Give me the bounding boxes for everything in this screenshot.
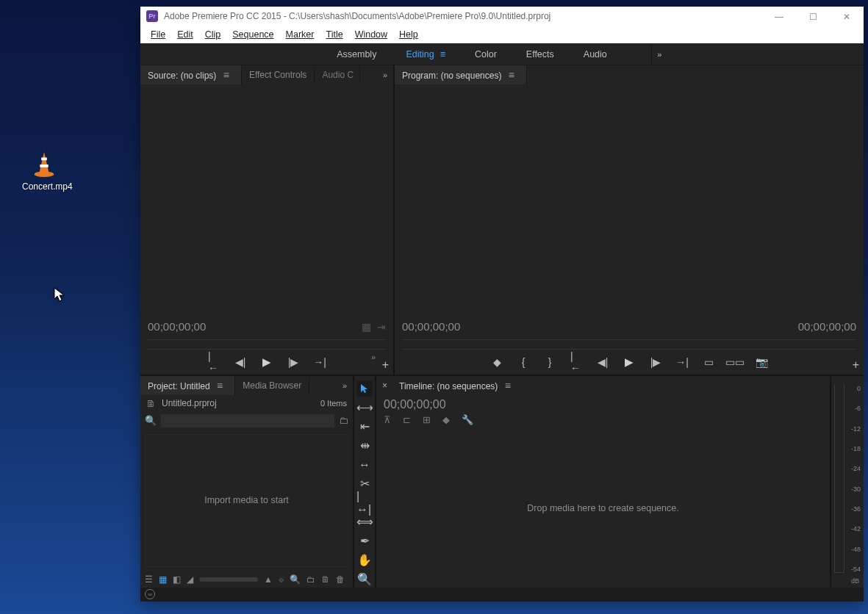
thumbnail-zoom-slider[interactable] <box>199 577 258 582</box>
timeline-settings-icon[interactable]: 🔧 <box>462 414 473 425</box>
project-tabs-overflow-icon[interactable]: » <box>337 381 353 390</box>
status-bar: ∞ <box>140 588 864 602</box>
rolling-edit-tool[interactable]: ⇹ <box>356 438 373 454</box>
tab-media-browser[interactable]: Media Browser <box>235 377 309 394</box>
program-button-editor[interactable]: + <box>853 358 859 372</box>
menu-marker[interactable]: Marker <box>280 28 320 41</box>
workspace-color[interactable]: Color <box>475 49 497 59</box>
menu-window[interactable]: Window <box>349 28 393 41</box>
delete-icon[interactable]: 🗑 <box>336 574 345 585</box>
program-extract-button[interactable]: ▭▭ <box>729 356 741 368</box>
source-step-forward-button[interactable]: |▶ <box>287 356 299 368</box>
workspace-assembly[interactable]: Assembly <box>337 49 376 59</box>
menu-file[interactable]: File <box>145 28 171 41</box>
track-select-tool[interactable]: ⟷ <box>356 400 373 416</box>
source-tabs-overflow-icon[interactable]: » <box>377 71 393 79</box>
timeline-timecode[interactable]: 00;00;00;00 <box>376 395 830 413</box>
new-item-icon[interactable]: 🗎 <box>321 574 330 585</box>
close-button[interactable]: ✕ <box>830 7 864 27</box>
source-timecode[interactable]: 00;00;00;00 <box>148 320 206 333</box>
tab-project-menu-icon[interactable]: ≡ <box>212 380 227 391</box>
tab-timeline-menu-icon[interactable]: ≡ <box>501 380 515 391</box>
list-view-icon[interactable]: ☰ <box>145 574 153 585</box>
project-search-input[interactable] <box>161 414 334 427</box>
desktop-file-concert[interactable]: Concert.mp4 <box>22 151 66 192</box>
tab-effect-controls[interactable]: Effect Controls <box>242 66 315 84</box>
slip-tool[interactable]: |↔| <box>356 495 373 511</box>
pen-tool[interactable]: ✒ <box>356 533 373 549</box>
program-export-frame-button[interactable]: 📷 <box>756 356 767 368</box>
freeform-view-icon[interactable]: ◧ <box>173 574 181 585</box>
program-mark-out-button[interactable]: } <box>544 356 556 368</box>
icon-view-icon[interactable]: ▦ <box>159 574 167 585</box>
menu-edit[interactable]: Edit <box>171 28 199 41</box>
source-monitor[interactable] <box>140 84 393 314</box>
program-step-back-button[interactable]: ◀| <box>597 356 609 368</box>
menu-title[interactable]: Title <box>320 28 348 41</box>
project-item-count: 0 Items <box>320 399 347 408</box>
project-filter-bin-icon[interactable]: 🗀 <box>339 415 348 426</box>
rate-stretch-tool[interactable]: ↔ <box>356 457 373 473</box>
timeline-close-icon[interactable]: × <box>376 377 392 394</box>
add-marker-icon[interactable]: ◆ <box>442 414 450 425</box>
source-transport: |← ◀| ▶ |▶ →| » + <box>140 350 393 375</box>
program-time-ruler[interactable] <box>402 339 856 350</box>
menu-help[interactable]: Help <box>393 28 424 41</box>
project-import-area[interactable]: Import media to start <box>145 434 348 567</box>
tab-project[interactable]: Project: Untitled ≡ <box>140 376 235 395</box>
program-timecode-right[interactable]: 00;00;00;00 <box>798 320 856 333</box>
slide-tool[interactable]: ⟺ <box>356 514 373 530</box>
program-mark-in-button[interactable]: { <box>517 356 529 368</box>
insert-overwrite-icon[interactable]: ⊼ <box>384 414 391 425</box>
zoom-tool[interactable]: 🔍 <box>356 571 373 588</box>
workspace-audio[interactable]: Audio <box>584 49 607 59</box>
program-timecode-left[interactable]: 00;00;00;00 <box>402 320 460 333</box>
source-play-button[interactable]: ▶ <box>261 356 273 368</box>
source-button-editor[interactable]: + <box>382 358 389 372</box>
selection-tool[interactable] <box>356 380 373 397</box>
source-fit-icon[interactable]: ▦ <box>362 321 371 333</box>
program-monitor[interactable] <box>395 84 864 314</box>
tab-program[interactable]: Program: (no sequences) ≡ <box>395 65 527 84</box>
source-transport-overflow-icon[interactable]: » <box>371 353 376 361</box>
find-button-icon[interactable]: 🔍 <box>290 574 301 585</box>
tab-program-menu-icon[interactable]: ≡ <box>504 69 519 81</box>
tab-audio-clip-mixer[interactable]: Audio C <box>315 66 360 84</box>
snap-icon[interactable]: ⊏ <box>403 414 411 425</box>
source-step-back-button[interactable]: ◀| <box>234 356 246 368</box>
workspace-overflow-icon[interactable]: » <box>651 43 667 65</box>
workspace-editing[interactable]: Editing≡ <box>406 49 445 59</box>
audio-meters[interactable]: 0-6-12-18-24-30-36-42-48-54 dB <box>831 376 864 588</box>
workspace-editing-menu-icon[interactable]: ≡ <box>440 49 445 59</box>
titlebar[interactable]: Pr Adobe Premiere Pro CC 2015 - C:\Users… <box>140 7 864 26</box>
program-go-out-button[interactable]: →| <box>676 356 688 368</box>
program-add-marker-button[interactable]: ◆ <box>491 356 503 368</box>
source-mark-in-button[interactable]: |← <box>208 356 220 368</box>
tab-timeline[interactable]: Timeline: (no sequences) ≡ <box>392 376 523 395</box>
new-bin-icon[interactable]: 🗀 <box>306 574 315 585</box>
source-resolution-icon[interactable]: ⇥ <box>377 321 386 333</box>
creative-cloud-icon[interactable]: ∞ <box>145 589 155 599</box>
program-step-forward-button[interactable]: |▶ <box>650 356 661 368</box>
tab-source-menu-icon[interactable]: ≡ <box>219 69 234 81</box>
tab-source[interactable]: Source: (no clips) ≡ <box>140 65 242 84</box>
program-go-in-button[interactable]: |← <box>570 356 582 368</box>
maximize-button[interactable]: ☐ <box>796 7 830 27</box>
search-icon[interactable]: 🔍 <box>145 415 157 426</box>
zoom-slider-handle[interactable]: ◢ <box>187 574 193 585</box>
source-mark-out-button[interactable]: →| <box>314 356 326 368</box>
linked-selection-icon[interactable]: ⊞ <box>423 414 431 425</box>
workspace-effects[interactable]: Effects <box>526 49 554 59</box>
source-time-ruler[interactable] <box>148 339 386 350</box>
timeline-drop-area[interactable]: Drop media here to create sequence. <box>376 430 830 588</box>
menu-sequence[interactable]: Sequence <box>226 28 279 41</box>
program-play-button[interactable]: ▶ <box>623 356 635 368</box>
sort-icon[interactable]: ▲ <box>264 574 273 585</box>
hand-tool[interactable]: ✋ <box>356 552 373 568</box>
menu-clip[interactable]: Clip <box>199 28 227 41</box>
program-lift-button[interactable]: ▭ <box>703 356 714 368</box>
minimize-button[interactable]: ― <box>762 7 796 27</box>
ripple-edit-tool[interactable]: ⇤ <box>356 419 373 435</box>
automate-seq-icon[interactable]: ⟐ <box>279 574 284 585</box>
lower-panels: Project: Untitled ≡ Media Browser » 🗎 Un… <box>140 375 864 588</box>
